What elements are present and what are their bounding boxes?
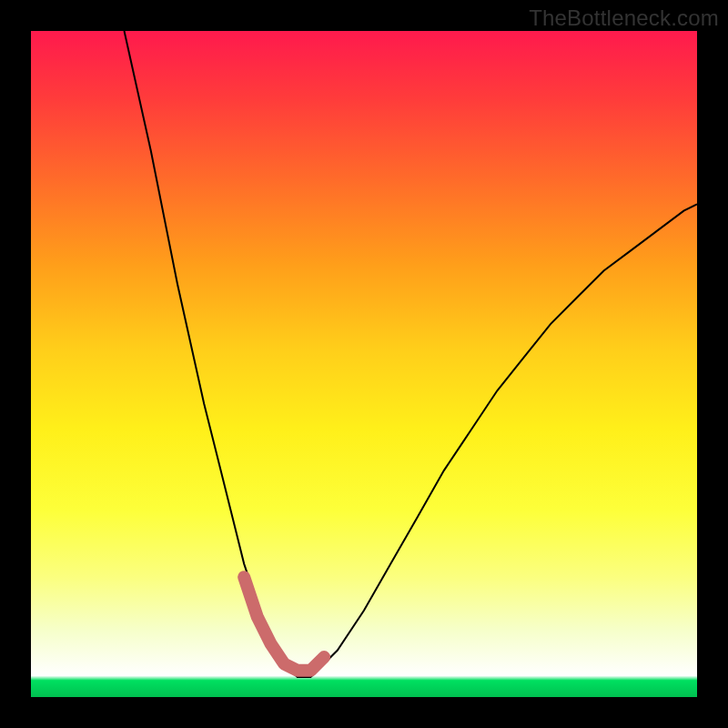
chart-plot-area [31,31,697,697]
bottleneck-curve [125,31,698,677]
optimal-range-marker [244,577,324,671]
watermark-text: TheBottleneck.com [529,5,719,31]
chart-svg [31,31,697,697]
